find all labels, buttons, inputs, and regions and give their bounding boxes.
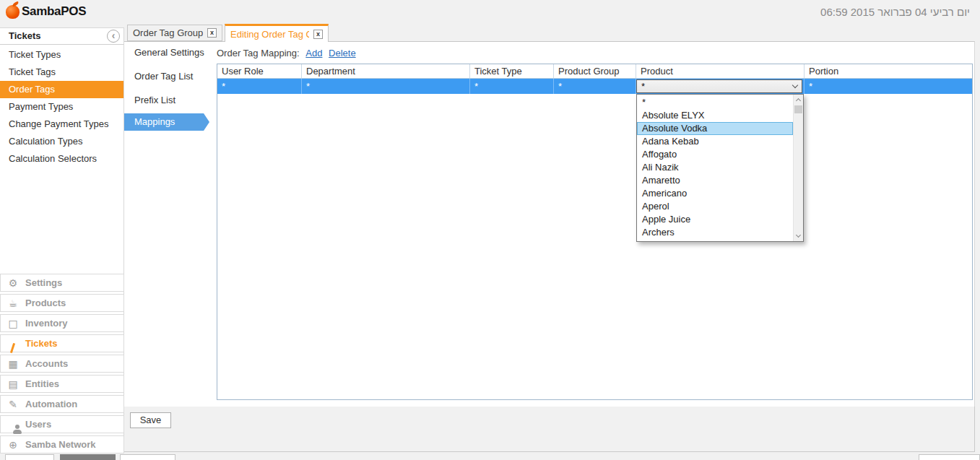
column-header-department[interactable]: Department	[302, 64, 470, 78]
save-bar: Save	[124, 407, 975, 452]
nav-label: Samba Network	[25, 439, 96, 450]
tickets-panel: Tickets ‹ Ticket Types Ticket Tags Order…	[0, 27, 124, 453]
cup-icon: ☕	[6, 298, 19, 308]
mapping-toolbar: Order Tag Mapping: Add Delete	[217, 48, 356, 58]
column-header-portion[interactable]: Portion	[805, 64, 972, 78]
scroll-down-icon[interactable]	[794, 231, 803, 241]
dropdown-option[interactable]: Americano	[637, 187, 793, 200]
tab-editing-order-tag-group[interactable]: Editing Order Tag Gro x	[225, 24, 329, 42]
cell-product: *	[636, 79, 805, 94]
bottom-partial-button[interactable]	[5, 454, 54, 460]
nav-item-users[interactable]: Users	[0, 415, 124, 433]
module-nav: ⚙ Settings ☕ Products □ Inventory Ticket…	[0, 274, 124, 456]
nav-item-products[interactable]: ☕ Products	[0, 294, 124, 312]
bottom-partial-button[interactable]	[919, 454, 980, 460]
cell-portion[interactable]: *	[805, 79, 972, 94]
column-header-user-role[interactable]: User Role	[217, 64, 302, 78]
nav-label: Tickets	[25, 338, 58, 349]
sidebar-item-change-payment-types[interactable]: Change Payment Types	[0, 116, 123, 133]
tickets-panel-header: Tickets ‹	[0, 28, 123, 45]
product-combobox[interactable]: *	[636, 79, 802, 93]
nav-label: Settings	[25, 277, 62, 288]
nav-item-accounts[interactable]: ▦ Accounts	[0, 355, 124, 373]
sidebar-item-ticket-types[interactable]: Ticket Types	[0, 46, 123, 64]
nav-label: Products	[25, 298, 66, 308]
nav-label: Accounts	[25, 358, 68, 369]
column-header-product-group[interactable]: Product Group	[554, 64, 636, 78]
delete-link[interactable]: Delete	[329, 48, 356, 58]
chevron-down-icon	[792, 82, 798, 88]
sidebar-item-calculation-types[interactable]: Calculation Types	[0, 133, 123, 150]
sambapos-apple-icon	[6, 5, 19, 19]
nav-label: Inventory	[25, 318, 68, 329]
sidebar-item-payment-types[interactable]: Payment Types	[0, 98, 123, 116]
scroll-up-icon[interactable]	[794, 95, 803, 105]
cell-product-group[interactable]: *	[554, 79, 636, 94]
mapping-title: Order Tag Mapping:	[217, 48, 300, 58]
tab-order-tag-group-list[interactable]: Order Tag Group List x	[127, 25, 222, 41]
box-icon: □	[6, 318, 19, 329]
product-combobox-value: *	[641, 79, 645, 94]
clock-date-display: יום רביעי 04 פברואר 2015 06:59	[820, 6, 970, 18]
dropdown-option[interactable]: Affogato	[637, 148, 793, 161]
scrollbar-thumb[interactable]	[794, 105, 802, 113]
bottom-strip	[0, 454, 980, 460]
nav-label: Entities	[25, 378, 59, 389]
pencil-icon: ✎	[6, 399, 19, 409]
globe-icon: ⊕	[6, 440, 19, 450]
app-logo-text: SambaPOS	[22, 4, 86, 19]
tickets-panel-title: Tickets	[9, 30, 41, 41]
section-prefix-list[interactable]: Prefix List	[124, 92, 209, 109]
app-logo: SambaPOS	[6, 4, 86, 19]
nav-item-samba-network[interactable]: ⊕ Samba Network	[0, 435, 124, 454]
nav-item-settings[interactable]: ⚙ Settings	[0, 274, 124, 292]
nav-item-automation[interactable]: ✎ Automation	[0, 395, 124, 413]
cell-user-role[interactable]: *	[217, 79, 302, 94]
editor-content: General Settings Order Tag List Prefix L…	[124, 41, 975, 407]
product-dropdown-list: * Absolute ELYX Absolute Vodka Adana Keb…	[637, 95, 793, 241]
sidebar-item-order-tags[interactable]: Order Tags	[0, 81, 123, 98]
section-general-settings[interactable]: General Settings	[124, 44, 209, 61]
section-order-tag-list[interactable]: Order Tag List	[124, 68, 209, 85]
bottom-partial-button[interactable]	[120, 454, 175, 460]
sidebar-item-calculation-selectors[interactable]: Calculation Selectors	[0, 150, 123, 168]
nav-item-entities[interactable]: ▤ Entities	[0, 375, 124, 393]
nav-label: Automation	[25, 399, 77, 409]
tab-close-icon[interactable]: x	[207, 28, 217, 38]
dropdown-option[interactable]: Absolute ELYX	[637, 109, 793, 122]
dropdown-option[interactable]: *	[637, 96, 793, 109]
sidebar-item-ticket-tags[interactable]: Ticket Tags	[0, 64, 123, 81]
grid-header-row: User Role Department Ticket Type Product…	[217, 64, 972, 79]
mapping-grid: User Role Department Ticket Type Product…	[217, 64, 973, 400]
dropdown-option[interactable]: Ali Nazik	[637, 161, 793, 174]
bottom-partial-button-dark[interactable]	[60, 454, 116, 460]
add-link[interactable]: Add	[305, 48, 322, 58]
back-circle-icon[interactable]: ‹	[107, 30, 120, 43]
tab-label: Editing Order Tag Gro	[230, 29, 309, 40]
column-header-product[interactable]: Product	[636, 64, 805, 78]
editor-sections: General Settings Order Tag List Prefix L…	[124, 42, 209, 131]
dropdown-option[interactable]: Aperol	[637, 200, 793, 213]
register-icon: ▤	[6, 379, 19, 389]
gear-icon: ⚙	[6, 278, 19, 288]
tickets-panel-items: Ticket Types Ticket Tags Order Tags Paym…	[0, 45, 123, 168]
tab-label: Order Tag Group List	[133, 27, 203, 38]
dropdown-option[interactable]: Adana Kebab	[637, 135, 793, 148]
dropdown-option[interactable]: Apple Juice	[637, 213, 793, 226]
tab-close-icon[interactable]: x	[313, 30, 323, 39]
dropdown-option-selected[interactable]: Absolute Vodka	[637, 122, 793, 135]
dropdown-scrollbar[interactable]	[793, 95, 803, 241]
save-button[interactable]: Save	[130, 412, 171, 428]
sambapos-window: SambaPOS יום רביעי 04 פברואר 2015 06:59 …	[0, 0, 980, 460]
product-dropdown-popup: * Absolute ELYX Absolute Vodka Adana Keb…	[636, 94, 804, 242]
column-header-ticket-type[interactable]: Ticket Type	[470, 64, 554, 78]
cell-ticket-type[interactable]: *	[470, 79, 554, 94]
mapping-row-selected[interactable]: * * * * * *	[217, 79, 972, 94]
dropdown-option[interactable]: Archers	[637, 226, 793, 239]
nav-item-tickets[interactable]: Tickets	[0, 334, 124, 352]
section-mappings[interactable]: Mappings	[124, 113, 204, 131]
nav-label: Users	[25, 419, 51, 430]
cell-department[interactable]: *	[302, 79, 470, 94]
nav-item-inventory[interactable]: □ Inventory	[0, 314, 124, 332]
dropdown-option[interactable]: Amaretto	[637, 174, 793, 187]
